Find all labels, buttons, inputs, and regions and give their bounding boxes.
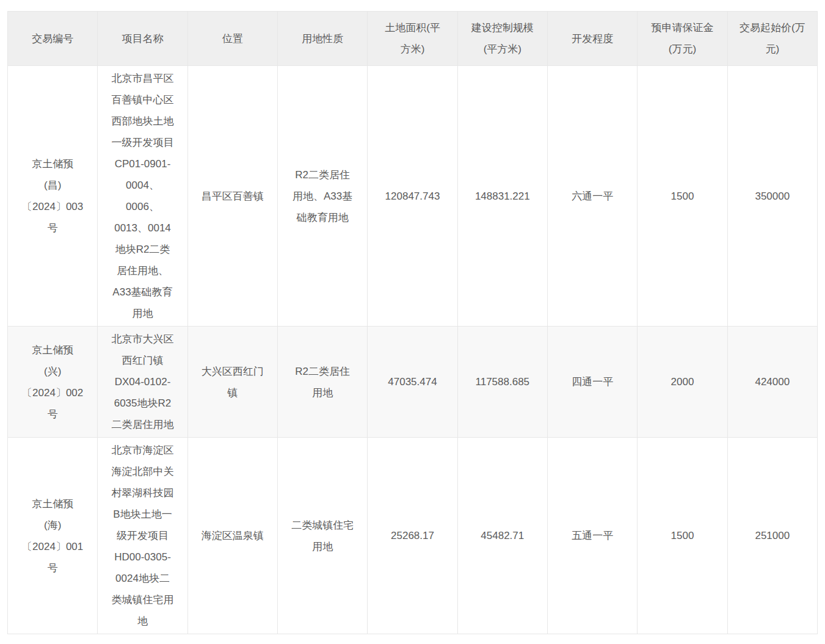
column-header-development-degree: 开发程度 (547, 12, 637, 66)
column-header-deposit: 预申请保证金 (万元) (638, 12, 727, 66)
column-header-location: 位置 (187, 12, 277, 66)
cell-land-use: 二类城镇住宅 用地 (277, 438, 367, 634)
cell-construction-scale: 148831.221 (457, 66, 547, 327)
cell-location: 大兴区西红门 镇 (187, 327, 277, 438)
cell-transaction-no: 京土储预 (昌) 〔2024〕003 号 (8, 66, 98, 327)
cell-deposit: 2000 (638, 327, 727, 438)
header-row: 交易编号 项目名称 位置 用地性质 土地面积(平 方米) 建设控制规模 (平方米… (8, 12, 818, 66)
column-header-project-name: 项目名称 (98, 12, 187, 66)
cell-transaction-no: 京土储预 (海) 〔2024〕001 号 (8, 438, 98, 634)
cell-starting-price: 424000 (727, 327, 817, 438)
cell-land-use: R2二类居住 用地、A33基 础教育用地 (277, 66, 367, 327)
project-name-link[interactable]: 北京市海淀区 海淀北部中关 村翠湖科技园 B地块土地一 级开发项目 HD00-0… (98, 438, 187, 634)
cell-development-degree: 五通一平 (547, 438, 637, 634)
table-row: 京土储预 (兴) 〔2024〕002 号 北京市大兴区 西红门镇 DX04-01… (8, 327, 818, 438)
cell-land-area: 25268.17 (368, 438, 457, 634)
cell-construction-scale: 117588.685 (457, 327, 547, 438)
cell-land-use: R2二类居住 用地 (277, 327, 367, 438)
column-header-starting-price: 交易起始价(万 元) (727, 12, 817, 66)
column-header-land-area: 土地面积(平 方米) (368, 12, 457, 66)
project-name-link[interactable]: 北京市大兴区 西红门镇 DX04-0102- 6035地块R2 二类居住用地 (98, 327, 187, 438)
column-header-transaction-no: 交易编号 (8, 12, 98, 66)
cell-starting-price: 350000 (727, 66, 817, 327)
cell-deposit: 1500 (638, 66, 727, 327)
cell-land-area: 47035.474 (368, 327, 457, 438)
cell-deposit: 1500 (638, 438, 727, 634)
column-header-land-use: 用地性质 (277, 12, 367, 66)
table-header: 交易编号 项目名称 位置 用地性质 土地面积(平 方米) 建设控制规模 (平方米… (8, 12, 818, 66)
cell-location: 海淀区温泉镇 (187, 438, 277, 634)
cell-land-area: 120847.743 (368, 66, 457, 327)
column-header-construction-scale: 建设控制规模 (平方米) (457, 12, 547, 66)
table-row: 京土储预 (昌) 〔2024〕003 号 北京市昌平区 百善镇中心区 西部地块土… (8, 66, 818, 327)
table-row: 京土储预 (海) 〔2024〕001 号 北京市海淀区 海淀北部中关 村翠湖科技… (8, 438, 818, 634)
cell-development-degree: 四通一平 (547, 327, 637, 438)
table-body: 京土储预 (昌) 〔2024〕003 号 北京市昌平区 百善镇中心区 西部地块土… (8, 66, 818, 634)
cell-transaction-no: 京土储预 (兴) 〔2024〕002 号 (8, 327, 98, 438)
cell-construction-scale: 45482.71 (457, 438, 547, 634)
cell-starting-price: 251000 (727, 438, 817, 634)
project-name-link[interactable]: 北京市昌平区 百善镇中心区 西部地块土地 一级开发项目 CP01-0901- 0… (98, 66, 187, 327)
cell-development-degree: 六通一平 (547, 66, 637, 327)
cell-location: 昌平区百善镇 (187, 66, 277, 327)
land-transactions-table: 交易编号 项目名称 位置 用地性质 土地面积(平 方米) 建设控制规模 (平方米… (7, 11, 818, 634)
